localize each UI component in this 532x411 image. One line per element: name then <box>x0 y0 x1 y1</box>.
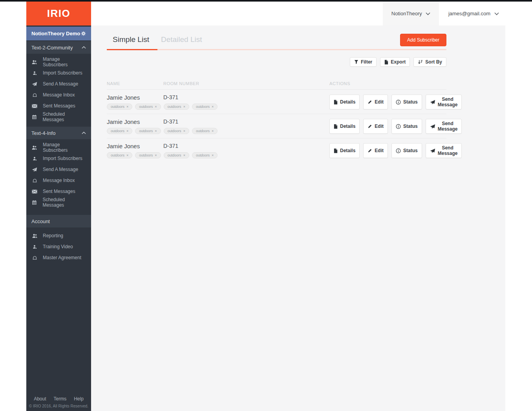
status-button-label: Status <box>403 124 418 129</box>
send-message-button[interactable]: Send Message <box>426 143 462 158</box>
info-circle-icon <box>396 100 401 105</box>
sidebar-item-send-a-message[interactable]: Send A Message <box>26 164 91 175</box>
tab-simple-list[interactable]: Simple List <box>107 35 155 49</box>
org-dropdown[interactable]: NotionTheory <box>383 2 439 25</box>
sidebar-item-training-video[interactable]: Training Video <box>26 241 91 252</box>
remove-tag-icon[interactable]: × <box>183 129 185 133</box>
add-subscriber-button[interactable]: Add Subscriber <box>400 34 446 46</box>
chevron-up-icon[interactable] <box>82 46 86 49</box>
remove-tag-icon[interactable]: × <box>212 105 214 109</box>
footer-link-help[interactable]: Help <box>74 396 84 402</box>
tag-pill: outdoors× <box>192 128 218 134</box>
tag-label: outdoors <box>168 129 181 133</box>
filter-icon <box>354 60 358 64</box>
user-plus-icon <box>31 156 38 161</box>
tag-pill: outdoors× <box>107 104 132 110</box>
table-header: NAME ROOM NUMBER ACTIONS <box>107 81 446 90</box>
tag-label: outdoors <box>111 129 124 133</box>
filter-button[interactable]: Filter <box>350 57 377 67</box>
table-row: Jamie Jones D-371 outdoors× outdoors× ou… <box>107 138 446 162</box>
details-button-label: Details <box>340 99 355 105</box>
subscriber-room: D-371 <box>163 143 178 149</box>
sidebar-item-send-a-message[interactable]: Send A Message <box>26 78 91 89</box>
inbox-icon <box>31 178 38 183</box>
tag-pill: outdoors× <box>107 128 132 134</box>
sidebar-nav-group: Reporting Training Video Master Agreemen… <box>26 227 91 267</box>
sidebar-item-message-inbox[interactable]: Message Inbox <box>26 175 91 186</box>
tag-pill: outdoors× <box>135 104 161 110</box>
send-message-button[interactable]: Send Message <box>426 95 462 109</box>
remove-tag-icon[interactable]: × <box>155 153 157 157</box>
status-button[interactable]: Status <box>391 143 422 158</box>
tag-pill: outdoors× <box>192 104 218 110</box>
tab-detailed-list[interactable]: Detailed List <box>155 35 208 49</box>
sidebar: IRIO NotionTheory Demo Text-2-Community … <box>26 2 91 411</box>
tag-label: outdoors <box>196 153 210 157</box>
section-label: Text-2-Community <box>31 45 73 51</box>
edit-button-label: Edit <box>375 124 384 129</box>
sidebar-item-import-subscribers[interactable]: Import Subscribers <box>26 153 91 164</box>
sidebar-item-message-inbox[interactable]: Message Inbox <box>26 89 91 100</box>
info-circle-icon <box>396 148 401 153</box>
sort-by-button[interactable]: Sort By <box>413 57 446 67</box>
sidebar-item-label: Reporting <box>43 233 63 238</box>
edit-button[interactable]: Edit <box>363 119 388 134</box>
tag-pill: outdoors× <box>135 128 161 134</box>
pencil-icon <box>367 100 372 104</box>
subscriber-room: D-371 <box>163 94 178 101</box>
remove-tag-icon[interactable]: × <box>126 153 128 157</box>
footer-link-about[interactable]: About <box>34 396 46 402</box>
account-dropdown[interactable]: james@gmail.com <box>439 2 505 25</box>
footer-link-terms[interactable]: Terms <box>54 396 67 402</box>
sidebar-item-manage-subscribers[interactable]: Manage Subscribers <box>26 56 91 67</box>
top-header: NotionTheory james@gmail.com <box>91 2 505 25</box>
row-actions: Details Edit Status Send Message <box>329 95 446 109</box>
tag-pill: outdoors× <box>135 152 161 158</box>
sidebar-item-label: Message Inbox <box>43 92 75 98</box>
sidebar-item-scheduled-messages[interactable]: Scheduled Messages <box>26 197 91 208</box>
sort-icon <box>418 60 423 64</box>
sidebar-section-text-4-info[interactable]: Text-4-Info <box>26 127 91 139</box>
edit-button-label: Edit <box>375 99 384 105</box>
workspace-selector[interactable]: NotionTheory Demo <box>26 27 91 40</box>
details-button[interactable]: Details <box>329 95 360 109</box>
edit-button[interactable]: Edit <box>363 95 388 109</box>
column-header-room-number: ROOM NUMBER <box>163 81 329 86</box>
send-message-button[interactable]: Send Message <box>426 119 462 134</box>
app-window: IRIO NotionTheory Demo Text-2-Community … <box>26 2 505 411</box>
active-tab-indicator <box>107 49 157 50</box>
details-button[interactable]: Details <box>329 119 360 134</box>
user-plus-icon <box>31 244 38 249</box>
export-button[interactable]: Export <box>380 57 410 67</box>
sidebar-section-account: Account <box>26 215 91 227</box>
sidebar-item-reporting[interactable]: Reporting <box>26 230 91 241</box>
tag-label: outdoors <box>196 105 210 109</box>
remove-tag-icon[interactable]: × <box>183 153 185 157</box>
sidebar-section-text-2-community[interactable]: Text-2-Community <box>26 41 91 54</box>
sidebar-item-sent-messages[interactable]: Sent Messages <box>26 100 91 111</box>
sidebar-item-sent-messages[interactable]: Sent Messages <box>26 186 91 197</box>
sidebar-item-scheduled-messages[interactable]: Scheduled Messages <box>26 111 91 122</box>
remove-tag-icon[interactable]: × <box>212 153 214 157</box>
remove-tag-icon[interactable]: × <box>183 105 185 109</box>
gear-icon[interactable] <box>81 31 86 36</box>
sidebar-item-import-subscribers[interactable]: Import Subscribers <box>26 67 91 78</box>
org-dropdown-label: NotionTheory <box>391 11 422 16</box>
edit-button[interactable]: Edit <box>363 143 388 158</box>
sidebar-item-manage-subscribers[interactable]: Manage Subscribers <box>26 142 91 153</box>
sidebar-item-master-agreement[interactable]: Master Agreement <box>26 252 91 263</box>
sidebar-item-label: Import Subscribers <box>43 156 82 161</box>
sidebar-item-label: Training Video <box>43 244 73 249</box>
remove-tag-icon[interactable]: × <box>212 129 214 133</box>
details-button[interactable]: Details <box>329 143 360 158</box>
status-button[interactable]: Status <box>391 119 422 134</box>
chevron-up-icon[interactable] <box>82 131 86 135</box>
remove-tag-icon[interactable]: × <box>126 105 128 109</box>
remove-tag-icon[interactable]: × <box>155 105 157 109</box>
subscriber-room: D-371 <box>163 118 178 125</box>
remove-tag-icon[interactable]: × <box>126 129 128 133</box>
status-button[interactable]: Status <box>391 95 422 109</box>
tag-label: outdoors <box>139 153 153 157</box>
remove-tag-icon[interactable]: × <box>155 129 157 133</box>
irio-logo[interactable]: IRIO <box>26 2 91 25</box>
